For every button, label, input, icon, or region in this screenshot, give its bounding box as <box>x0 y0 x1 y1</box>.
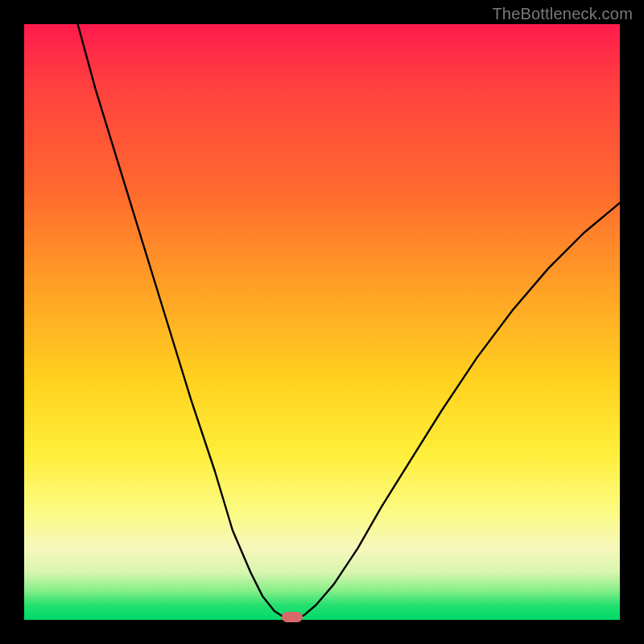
chart-frame: TheBottleneck.com <box>0 0 644 644</box>
plot-area <box>24 24 620 620</box>
bottleneck-curve <box>24 24 620 620</box>
optimal-marker <box>282 612 303 622</box>
watermark-text: TheBottleneck.com <box>492 5 633 23</box>
